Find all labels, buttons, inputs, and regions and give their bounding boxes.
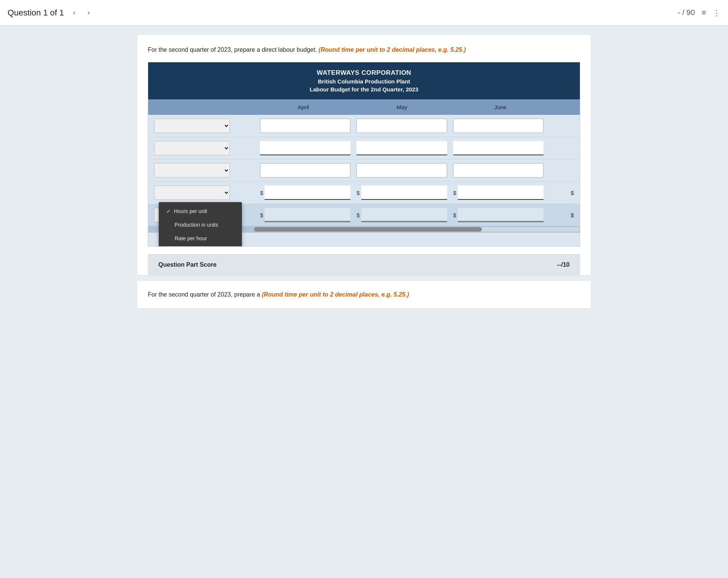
- row4-may-input[interactable]: [361, 185, 447, 200]
- dropdown-item-label: Production in units: [175, 222, 218, 228]
- next-instruction-red: (Round time per unit to 2 decimal places…: [262, 291, 409, 298]
- row1-may-input[interactable]: [356, 119, 447, 133]
- dropdown-item-production-in-units[interactable]: Production in units: [159, 218, 242, 232]
- budget-title: Labour Budget for the 2nd Quarter, 2023: [153, 86, 575, 93]
- more-icon[interactable]: ⋮: [713, 8, 720, 17]
- question-title: Question 1 of 1: [8, 8, 64, 18]
- row3-may-cell: [353, 162, 450, 179]
- row4-label-cell: Hours per unit Production in units Rate …: [151, 184, 257, 201]
- instruction-paragraph: For the second quarter of 2023, prepare …: [148, 45, 580, 54]
- next-section: For the second quarter of 2023, prepare …: [137, 281, 591, 308]
- main-content-area: For the second quarter of 2023, prepare …: [130, 26, 598, 317]
- next-instruction-start: For the second quarter of 2023, prepare …: [148, 291, 260, 298]
- row2-april-cell: [257, 139, 353, 157]
- row1-april-input[interactable]: [260, 119, 350, 133]
- dropdown-item-label: Rate per hour: [175, 235, 207, 241]
- total-col-header: [550, 99, 580, 115]
- row2-june-cell: [450, 139, 547, 157]
- scroll-thumb[interactable]: [254, 227, 482, 232]
- row1-label-select[interactable]: Hours per unit Production in units Rate …: [154, 119, 230, 133]
- table-body: Hours per unit Production in units Rate …: [148, 115, 580, 226]
- dollar-sign-april-5: $: [260, 212, 263, 218]
- budget-table: WATERWAYS CORPORATION British Columbia P…: [148, 62, 580, 247]
- row1-label-cell: Hours per unit Production in units Rate …: [151, 117, 257, 134]
- row5-april-cell: $: [257, 206, 353, 224]
- question-part-score-bar: Question Part Score --/10: [148, 254, 580, 275]
- row1-june-input[interactable]: [453, 119, 544, 133]
- table-row: Hours per unit Production in units Rate …: [148, 137, 580, 159]
- row2-total-cell: [547, 147, 577, 150]
- row5-may-cell: $: [353, 206, 450, 224]
- list-icon[interactable]: ≡: [702, 8, 706, 17]
- row4-april-input[interactable]: [265, 185, 350, 200]
- question-card: For the second quarter of 2023, prepare …: [137, 35, 591, 275]
- row3-june-input[interactable]: [453, 163, 544, 178]
- row5-june-cell: $: [450, 206, 547, 224]
- row5-june-input[interactable]: [458, 208, 544, 222]
- score-bar-label: Question Part Score: [158, 261, 217, 268]
- april-col-header: April: [254, 99, 353, 115]
- next-question-button[interactable]: ›: [84, 7, 93, 18]
- score-display: - / 90: [678, 8, 695, 17]
- plant-subtitle: British Columbia Production Plant: [153, 78, 575, 85]
- scroll-track[interactable]: [254, 227, 580, 232]
- row5-total-dollar: $: [571, 212, 574, 218]
- row2-april-input[interactable]: [260, 141, 350, 155]
- dropdown-item-rate-per-hour[interactable]: Rate per hour: [159, 232, 242, 245]
- top-bar-left: Question 1 of 1 ‹ ›: [8, 7, 93, 18]
- row4-total-dollar: $: [571, 190, 574, 196]
- row3-label-select[interactable]: Hours per unit Production in units Rate …: [154, 163, 230, 178]
- row3-april-cell: [257, 162, 353, 179]
- row4-label-select[interactable]: Hours per unit Production in units Rate …: [154, 185, 230, 200]
- instruction-hint: (Round time per unit to 2 decimal places…: [319, 46, 466, 53]
- june-col-header: June: [451, 99, 550, 115]
- next-instruction-text: For the second quarter of 2023, prepare …: [148, 290, 580, 299]
- column-headers: April May June: [148, 99, 580, 115]
- dollar-sign-april: $: [260, 190, 263, 196]
- row3-label-cell: Hours per unit Production in units Rate …: [151, 162, 257, 179]
- top-navigation-bar: Question 1 of 1 ‹ › - / 90 ≡ ⋮: [0, 0, 728, 26]
- dollar-sign-may-5: $: [356, 212, 359, 218]
- label-col-header: [148, 99, 254, 115]
- row1-total-cell: [547, 124, 577, 127]
- score-bar-value: --/10: [557, 261, 570, 268]
- row4-june-cell: $: [450, 184, 547, 201]
- table-row: Hours per unit Production in units Rate …: [148, 159, 580, 182]
- dollar-sign-june: $: [453, 190, 456, 196]
- corporation-name: WATERWAYS CORPORATION: [153, 69, 575, 77]
- dropdown-item-label: Hours per unit: [174, 208, 207, 214]
- top-bar-right: - / 90 ≡ ⋮: [678, 8, 720, 17]
- instruction-main: For the second quarter of 2023, prepare …: [148, 46, 317, 53]
- row3-total-cell: [547, 169, 577, 172]
- row4-total-cell: $: [547, 190, 577, 196]
- row1-april-cell: [257, 117, 353, 134]
- row2-label-select[interactable]: Hours per unit Production in units Rate …: [154, 141, 230, 155]
- prev-question-button[interactable]: ‹: [70, 7, 78, 18]
- row2-may-input[interactable]: [356, 141, 447, 155]
- row4-may-cell: $: [353, 184, 450, 201]
- row4-april-cell: $: [257, 184, 353, 201]
- row2-may-cell: [353, 139, 450, 157]
- dollar-sign-may: $: [356, 190, 359, 196]
- dropdown-item-hours-per-unit[interactable]: Hours per unit: [159, 204, 242, 218]
- row-label-dropdown: Hours per unit Production in units Rate …: [159, 202, 242, 247]
- row5-total-cell: $: [547, 212, 577, 218]
- table-row: Hours per unit Production in units Rate …: [148, 182, 580, 204]
- row5-may-input[interactable]: [361, 208, 447, 222]
- row1-june-cell: [450, 117, 547, 134]
- may-col-header: May: [353, 99, 451, 115]
- row2-june-input[interactable]: [453, 141, 544, 155]
- table-header: WATERWAYS CORPORATION British Columbia P…: [148, 62, 580, 99]
- row3-april-input[interactable]: [260, 163, 350, 178]
- table-row: Hours per unit Production in units Rate …: [148, 115, 580, 137]
- row3-june-cell: [450, 162, 547, 179]
- row1-may-cell: [353, 117, 450, 134]
- row5-april-input[interactable]: [265, 208, 350, 222]
- dollar-sign-june-5: $: [453, 212, 456, 218]
- row3-may-input[interactable]: [356, 163, 447, 178]
- row2-label-cell: Hours per unit Production in units Rate …: [151, 139, 257, 157]
- row4-june-input[interactable]: [458, 185, 544, 200]
